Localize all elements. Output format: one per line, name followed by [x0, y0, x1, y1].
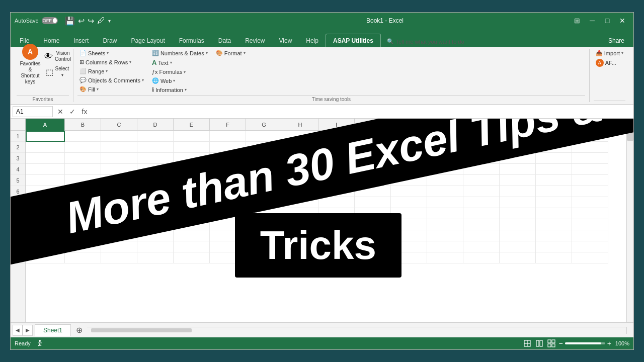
vertical-scrollbar[interactable] — [626, 119, 633, 322]
col-header-N[interactable]: N — [500, 119, 536, 131]
zoom-plus-icon[interactable]: + — [607, 339, 611, 347]
tab-page-layout[interactable]: Page Layout — [124, 34, 172, 47]
tab-insert[interactable]: Insert — [66, 34, 96, 47]
ribbon-display-button[interactable]: ⊞ — [570, 15, 584, 26]
cell-D1[interactable] — [137, 131, 174, 142]
close-button[interactable]: ✕ — [615, 15, 629, 26]
col-header-K[interactable]: K — [391, 119, 427, 131]
formulas-button[interactable]: ƒx Formulas ▾ — [150, 68, 210, 76]
insert-function-button[interactable]: fx — [79, 106, 90, 117]
formula-input[interactable] — [92, 108, 631, 115]
col-header-A[interactable]: A — [26, 119, 65, 131]
sheet-nav-left-btn[interactable]: ◀ — [13, 325, 23, 336]
cell-L1[interactable] — [427, 131, 463, 142]
name-box[interactable]: A1 — [13, 106, 53, 117]
search-box[interactable]: 🔍 Tell me what you want to do — [383, 36, 468, 47]
grid-row-7 — [26, 197, 626, 208]
save-qs-button[interactable]: 💾 — [65, 16, 75, 26]
cell-A2[interactable] — [26, 142, 65, 153]
tab-view[interactable]: View — [272, 34, 299, 47]
tab-home[interactable]: Home — [36, 34, 66, 47]
zoom-minus-icon[interactable]: − — [558, 339, 562, 347]
page-break-view-button[interactable] — [546, 338, 556, 348]
text-button[interactable]: A Text ▾ — [150, 58, 210, 67]
range-button[interactable]: ⬜ Range ▾ — [77, 67, 146, 75]
cell-K1[interactable] — [391, 131, 427, 142]
col-header-D[interactable]: D — [137, 119, 174, 131]
vision-icon: 👁 — [44, 51, 53, 62]
normal-view-button[interactable] — [522, 338, 532, 348]
col-header-F[interactable]: F — [210, 119, 246, 131]
select-all-corner[interactable] — [11, 119, 25, 131]
accessibility-icon[interactable] — [35, 338, 45, 348]
confirm-formula-button[interactable]: ✓ — [67, 106, 78, 117]
cell-I1[interactable] — [318, 131, 355, 142]
v-scroll-thumb[interactable] — [627, 131, 633, 141]
web-button[interactable]: 🌐 Web ▾ — [150, 76, 210, 85]
customize-qs-button[interactable]: 🖊 — [97, 16, 105, 25]
tab-file[interactable]: File — [13, 34, 36, 47]
cell-J1[interactable] — [355, 131, 391, 142]
import-button[interactable]: 📥 Import ▾ — [594, 49, 625, 57]
tab-help[interactable]: Help — [299, 34, 326, 47]
minimize-button[interactable]: ─ — [585, 15, 599, 26]
cell-P1[interactable] — [572, 131, 608, 142]
col-header-G[interactable]: G — [246, 119, 282, 131]
cell-E1[interactable] — [174, 131, 210, 142]
af-button[interactable]: A AF... — [594, 58, 625, 68]
cell-M1[interactable] — [463, 131, 500, 142]
col-header-J[interactable]: J — [355, 119, 391, 131]
col-header-E[interactable]: E — [174, 119, 210, 131]
select-button[interactable]: ⬚ Select ▾ — [46, 64, 69, 79]
tab-draw[interactable]: Draw — [96, 34, 124, 47]
col-header-C[interactable]: C — [101, 119, 137, 131]
col-header-P[interactable]: P — [572, 119, 608, 131]
cancel-formula-button[interactable]: ✕ — [55, 106, 66, 117]
maximize-button[interactable]: □ — [600, 15, 614, 26]
cell-C1[interactable] — [101, 131, 137, 142]
horizontal-scrollbar[interactable] — [87, 327, 626, 334]
favorites-shortcut-button[interactable]: A Favorites &Shortcut keys — [17, 49, 44, 80]
col-header-M[interactable]: M — [463, 119, 500, 131]
sheets-button[interactable]: 📄 Sheets ▾ — [77, 49, 146, 57]
numbers-dates-button[interactable]: 🔢 Numbers & Dates ▾ — [150, 49, 210, 57]
cell-O1[interactable] — [536, 131, 572, 142]
tab-review[interactable]: Review — [238, 34, 272, 47]
cell-G1[interactable] — [246, 131, 282, 142]
col-header-L[interactable]: L — [427, 119, 463, 131]
fill-button[interactable]: 🎨 Fill ▾ — [77, 85, 146, 94]
zoom-level[interactable]: 100% — [615, 340, 629, 346]
share-button[interactable]: Share — [601, 34, 631, 47]
autosave-toggle[interactable]: OFF — [42, 17, 58, 24]
vision-control-button[interactable]: 👁 VisionControl — [46, 49, 69, 64]
sheet-tab-sheet1[interactable]: Sheet1 — [35, 324, 71, 336]
col-header-I[interactable]: I — [318, 119, 355, 131]
sheet-nav-right-btn[interactable]: ▶ — [23, 325, 33, 336]
objects-comments-button[interactable]: 💬 Objects & Comments ▾ — [77, 76, 146, 84]
tab-asap-utilities[interactable]: ASAP Utilities — [326, 34, 381, 47]
col-header-H[interactable]: H — [282, 119, 318, 131]
cell-B1[interactable] — [65, 131, 101, 142]
h-scroll-thumb[interactable] — [91, 328, 192, 332]
zoom-slider[interactable] — [565, 342, 605, 344]
cell-H1[interactable] — [282, 131, 318, 142]
redo-button[interactable]: ↪ — [88, 16, 94, 26]
dropdown-qs-button[interactable]: ▾ — [108, 18, 111, 24]
format-button[interactable]: 🎨 Format ▾ — [214, 49, 248, 57]
cell-A1[interactable] — [26, 131, 65, 142]
tab-data[interactable]: Data — [211, 34, 238, 47]
columns-rows-button[interactable]: ⊞ Columns & Rows ▾ — [77, 58, 146, 66]
information-button[interactable]: ℹ Information ▾ — [150, 85, 210, 94]
fill-dropdown-arrow: ▾ — [97, 87, 99, 92]
undo-button[interactable]: ↩ — [78, 16, 85, 26]
col-header-B[interactable]: B — [65, 119, 101, 131]
page-layout-view-button[interactable] — [534, 338, 544, 348]
col-header-Q[interactable]: Q — [608, 119, 626, 131]
col-header-O[interactable]: O — [536, 119, 572, 131]
quick-access-toolbar: 💾 ↩ ↪ 🖊 ▾ — [65, 16, 111, 26]
grid-row-10 — [26, 230, 626, 241]
tab-formulas[interactable]: Formulas — [172, 34, 211, 47]
cell-N1[interactable] — [500, 131, 536, 142]
add-sheet-button[interactable]: ⊕ — [73, 324, 85, 336]
cell-F1[interactable] — [210, 131, 246, 142]
